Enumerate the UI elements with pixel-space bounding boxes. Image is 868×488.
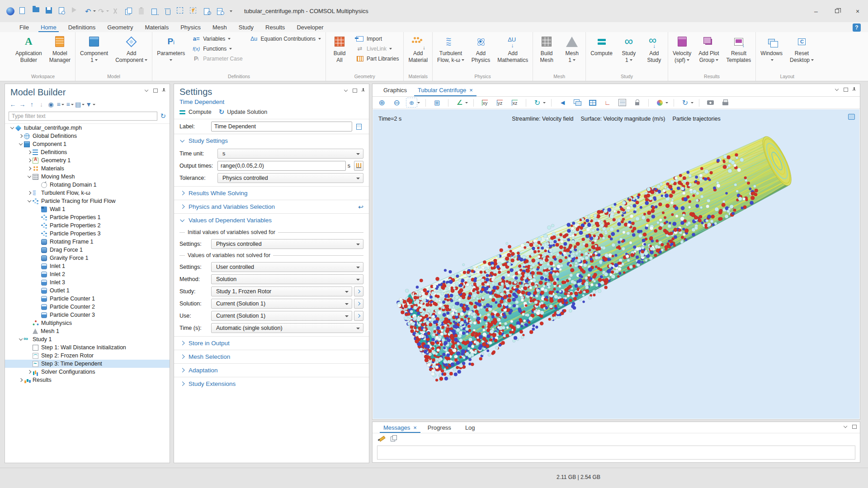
toolbar-separator[interactable] bbox=[448, 99, 448, 107]
messages-tab[interactable]: Messages × bbox=[378, 422, 422, 433]
tree-item[interactable]: Step 2: Frozen Rotor bbox=[5, 352, 170, 360]
snapshot-icon[interactable] bbox=[705, 98, 716, 108]
add-material-button[interactable]: Add Material bbox=[405, 32, 431, 63]
copy-messages-icon[interactable] bbox=[390, 435, 398, 441]
paste-icon[interactable] bbox=[137, 7, 146, 15]
build-mesh-button[interactable]: Build Mesh bbox=[534, 32, 559, 63]
toolbar-separator[interactable] bbox=[674, 99, 674, 107]
zoom-box-icon[interactable] bbox=[406, 98, 417, 108]
compute-button[interactable]: Compute bbox=[587, 32, 616, 63]
messages-log[interactable] bbox=[377, 446, 855, 460]
windows-button[interactable]: Windows bbox=[757, 32, 786, 63]
label-note-icon[interactable] bbox=[354, 122, 363, 131]
tree-item[interactable]: Multiphysics bbox=[5, 319, 170, 327]
tree-item[interactable]: Inlet 3 bbox=[5, 278, 170, 286]
tab-tubular-centrifuge[interactable]: Tubular Centrifuge × bbox=[412, 84, 478, 96]
scene-light-icon[interactable] bbox=[557, 98, 568, 108]
tree-item[interactable]: tubular_centrifuge.mph bbox=[5, 124, 170, 132]
parameters-button[interactable]: Parameters bbox=[153, 32, 189, 63]
expand-all-icon[interactable]: ≡ bbox=[66, 100, 74, 109]
use-select[interactable]: Current (Solution 1) bbox=[211, 311, 352, 321]
messages-tab[interactable]: Log bbox=[460, 422, 484, 433]
pin-panel-icon[interactable] bbox=[852, 87, 856, 92]
range-button[interactable] bbox=[354, 161, 363, 171]
float-panel-icon[interactable] bbox=[843, 87, 848, 92]
minimize-button[interactable]: – bbox=[806, 0, 826, 22]
equation-contributions-button[interactable]: Equation Contributions bbox=[248, 34, 323, 43]
tree-item[interactable]: Global Definitions bbox=[5, 132, 170, 140]
mesh-1-button[interactable]: Mesh 1 bbox=[559, 32, 585, 63]
tree-expander-icon[interactable] bbox=[26, 175, 33, 178]
collapse-all-icon[interactable]: ≡ bbox=[56, 100, 65, 109]
variables-button[interactable]: Variables bbox=[190, 34, 244, 43]
tree-item[interactable]: Inlet 2 bbox=[5, 270, 170, 278]
show-legends-icon[interactable] bbox=[617, 98, 628, 108]
add-mathematics-button[interactable]: Add Mathematics bbox=[494, 32, 532, 63]
section-header[interactable]: Adaptation bbox=[174, 364, 369, 377]
tree-expander-icon[interactable] bbox=[26, 167, 33, 170]
velocity-plot-button[interactable]: Velocity (spf) bbox=[669, 32, 695, 63]
tree-item[interactable]: Definitions bbox=[5, 148, 170, 156]
section-header[interactable]: Store in Output bbox=[174, 337, 369, 350]
ribbon-tab[interactable]: Materials bbox=[139, 22, 175, 32]
label-input[interactable] bbox=[211, 122, 352, 131]
tree-item[interactable]: Inlet 1 bbox=[5, 262, 170, 270]
toolbar-separator[interactable] bbox=[699, 99, 699, 107]
clear-messages-icon[interactable] bbox=[378, 435, 386, 441]
save-as-icon[interactable] bbox=[59, 7, 67, 15]
panel-menu-icon[interactable] bbox=[843, 424, 848, 429]
open-file-icon[interactable] bbox=[33, 7, 41, 15]
tree-item[interactable]: Particle Tracing for Fluid Flow bbox=[5, 197, 170, 205]
refresh-icon[interactable]: ↻ bbox=[160, 112, 166, 120]
component-button[interactable]: Component 1 bbox=[76, 32, 112, 63]
go-to-solution-button[interactable] bbox=[354, 299, 363, 309]
update-solution-button[interactable]: Update Solution bbox=[219, 108, 268, 116]
redo-icon[interactable] bbox=[98, 7, 106, 15]
tree-item[interactable]: Solver Configurations bbox=[5, 368, 170, 376]
panel-menu-icon[interactable] bbox=[144, 88, 149, 93]
tree-filter-input[interactable] bbox=[9, 112, 157, 121]
tree-item[interactable]: Particle Counter 2 bbox=[5, 303, 170, 311]
toolbar-separator[interactable] bbox=[473, 99, 474, 107]
tree-expander-icon[interactable] bbox=[17, 143, 24, 145]
zoom-extents-icon[interactable] bbox=[431, 98, 443, 108]
section-header[interactable]: Physics and Variables Selection bbox=[174, 200, 369, 213]
tolerance-select[interactable]: Physics controlled bbox=[217, 173, 363, 183]
panel-menu-icon[interactable] bbox=[835, 87, 839, 92]
result-templates-button[interactable]: Result Templates bbox=[723, 32, 755, 63]
plot-info-icon[interactable] bbox=[848, 114, 855, 120]
tree-item[interactable]: Component 1 bbox=[5, 140, 170, 148]
study-1-button[interactable]: Study 1 bbox=[616, 32, 642, 63]
tree-item[interactable]: Results bbox=[5, 376, 170, 384]
show-axes-icon[interactable] bbox=[602, 98, 613, 108]
appearance-icon[interactable] bbox=[654, 98, 665, 108]
help-button[interactable]: ? bbox=[853, 23, 861, 32]
undo-icon[interactable] bbox=[85, 7, 93, 15]
duplicate-icon[interactable] bbox=[151, 7, 159, 15]
filter-icon[interactable]: ▼ bbox=[85, 100, 95, 109]
view-yz-icon[interactable] bbox=[494, 98, 505, 108]
tree-expander-icon[interactable] bbox=[26, 151, 33, 154]
pin-panel-icon[interactable] bbox=[161, 88, 166, 93]
tree-item[interactable]: Geometry 1 bbox=[5, 156, 170, 164]
tree-item[interactable]: Particle Properties 3 bbox=[5, 230, 170, 238]
node-text-icon[interactable]: ▤ bbox=[75, 100, 85, 109]
zoom-out-icon[interactable] bbox=[391, 98, 402, 108]
add-study-button[interactable]: Add Study bbox=[642, 32, 667, 63]
section-header[interactable]: Results While Solving bbox=[174, 187, 369, 200]
tree-item[interactable]: Moving Mesh bbox=[5, 173, 170, 181]
method-select[interactable]: Solution bbox=[211, 274, 363, 284]
go-to-use-button[interactable] bbox=[354, 311, 363, 321]
tree-item[interactable]: Particle Properties 2 bbox=[5, 221, 170, 230]
add-physics-button[interactable]: Add Physics bbox=[468, 32, 494, 63]
tree-item[interactable]: Mesh 1 bbox=[5, 327, 170, 335]
time-unit-select[interactable]: s bbox=[217, 149, 363, 159]
part-libraries-button[interactable]: Part Libraries bbox=[354, 54, 401, 63]
compute-button[interactable]: Compute bbox=[179, 109, 212, 115]
livelink-button[interactable]: LiveLink bbox=[354, 44, 401, 53]
view-xy-icon[interactable] bbox=[479, 98, 491, 108]
delete-icon[interactable] bbox=[164, 7, 172, 15]
tree-item[interactable]: Drag Force 1 bbox=[5, 246, 170, 254]
ribbon-tab[interactable]: Home bbox=[35, 22, 62, 32]
move-up-icon[interactable]: ↑ bbox=[28, 100, 36, 109]
